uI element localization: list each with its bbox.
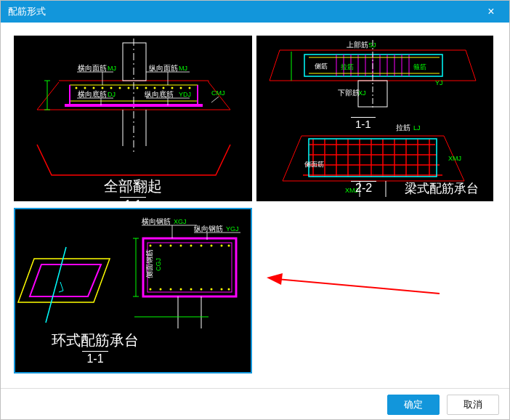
svg-point-99: [180, 244, 182, 246]
svg-text:纵向面筋: 纵向面筋: [149, 64, 178, 72]
svg-text:侧筋: 侧筋: [315, 62, 328, 70]
svg-point-102: [211, 244, 213, 246]
svg-point-98: [170, 244, 172, 246]
close-icon[interactable]: ×: [480, 1, 502, 23]
svg-text:横向面筋: 横向面筋: [78, 64, 107, 72]
svg-text:横向底筋: 横向底筋: [78, 90, 107, 98]
svg-line-33: [211, 97, 219, 102]
options-container: 横向面筋 MJ 纵向面筋 MJ 横向底筋 DJ 纵向底筋 YDJ CMJ 全部翻…: [1, 23, 509, 389]
svg-text:下部筋: 下部筋: [338, 89, 360, 97]
svg-point-110: [201, 288, 203, 290]
svg-text:CMJ: CMJ: [211, 89, 225, 97]
svg-point-5: [84, 87, 86, 89]
section-2-2-label: 2-2: [351, 179, 376, 195]
svg-text:CGJ: CGJ: [155, 258, 162, 271]
svg-text:YGJ: YGJ: [226, 225, 239, 233]
svg-point-108: [180, 288, 182, 290]
svg-text:MJ: MJ: [179, 65, 187, 72]
svg-point-106: [160, 288, 162, 290]
svg-point-4: [76, 87, 78, 89]
svg-text:纵向钢筋: 纵向钢筋: [194, 225, 223, 233]
svg-point-16: [180, 87, 182, 89]
option-caption-2: 梁式配筋承台: [405, 181, 479, 197]
svg-text:XGJ: XGJ: [174, 218, 187, 225]
svg-point-15: [171, 87, 174, 89]
svg-point-12: [145, 87, 147, 89]
svg-point-11: [137, 87, 139, 89]
svg-point-111: [211, 288, 213, 290]
svg-point-96: [150, 244, 152, 246]
svg-text:横向钢筋: 横向钢筋: [142, 217, 171, 225]
svg-rect-3: [65, 104, 203, 107]
svg-text:侧面钢筋: 侧面钢筋: [145, 249, 153, 278]
section-1-1-label: 1-1: [351, 116, 376, 130]
option-ring-style[interactable]: 侧面钢筋 CGJ 横向钢筋 XGJ 纵向钢筋 YGJ 环式配筋承台 1-1: [14, 208, 252, 373]
dialog-footer: 确定 取消: [1, 389, 509, 420]
svg-text:纵向底筋: 纵向底筋: [145, 90, 174, 98]
svg-point-113: [228, 288, 230, 290]
svg-point-7: [102, 87, 104, 89]
annotation-arrow: [265, 272, 447, 301]
svg-text:XJ: XJ: [358, 89, 366, 97]
svg-point-97: [160, 244, 162, 246]
svg-point-112: [221, 288, 223, 290]
svg-point-107: [170, 288, 172, 290]
svg-point-14: [163, 87, 165, 89]
svg-marker-92: [30, 264, 101, 296]
svg-text:拉筋: 拉筋: [396, 124, 410, 132]
option-beam-style[interactable]: 上部筋 SJ 侧筋 箍筋 拉筋 下部筋 XJ YJ: [256, 36, 493, 201]
svg-point-10: [128, 87, 130, 89]
svg-point-109: [190, 288, 193, 290]
svg-point-105: [150, 288, 152, 290]
svg-text:XMJ: XMJ: [448, 155, 461, 162]
dialog-title: 配筋形式: [8, 5, 480, 18]
option-full-flip[interactable]: 横向面筋 MJ 纵向面筋 MJ 横向底筋 DJ 纵向底筋 YDJ CMJ 全部翻…: [14, 36, 252, 201]
svg-point-104: [228, 244, 230, 246]
svg-text:MJ: MJ: [108, 65, 116, 72]
svg-point-17: [189, 87, 191, 89]
svg-line-130: [277, 279, 440, 294]
svg-point-6: [93, 87, 95, 89]
svg-text:SJ: SJ: [368, 41, 376, 49]
svg-text:拉筋: 拉筋: [341, 63, 354, 70]
svg-point-103: [221, 244, 223, 246]
option-caption-3: 环式配筋承台 1-1: [52, 331, 139, 368]
svg-point-101: [201, 244, 203, 246]
svg-text:上部筋: 上部筋: [347, 41, 368, 49]
svg-rect-18: [123, 43, 146, 81]
svg-text:DJ: DJ: [108, 91, 116, 98]
svg-point-9: [119, 87, 121, 89]
ok-button[interactable]: 确定: [387, 395, 440, 415]
svg-point-100: [190, 244, 193, 246]
titlebar: 配筋形式 ×: [1, 1, 509, 23]
svg-marker-131: [267, 273, 283, 285]
svg-text:YJ: YJ: [435, 79, 443, 86]
svg-text:LJ: LJ: [413, 124, 421, 132]
cancel-button[interactable]: 取消: [447, 395, 499, 415]
svg-point-8: [110, 87, 113, 89]
svg-text:YDJ: YDJ: [179, 91, 191, 98]
svg-text:侧面筋: 侧面筋: [304, 161, 324, 168]
svg-text:箍筋: 箍筋: [413, 63, 426, 70]
diagram-full-flip: 横向面筋 MJ 纵向面筋 MJ 横向底筋 DJ 纵向底筋 YDJ CMJ: [15, 37, 251, 200]
svg-point-13: [154, 87, 156, 89]
